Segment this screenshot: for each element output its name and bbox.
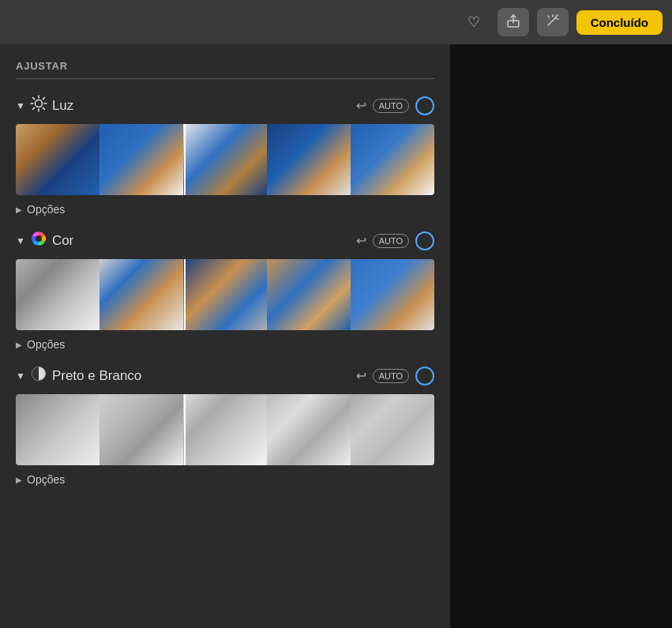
luz-image-strip	[16, 124, 434, 195]
sidebar: AJUSTAR ▼	[0, 44, 450, 628]
cor-options-row[interactable]: ▶ Opções	[16, 338, 434, 351]
cor-label: Cor	[52, 233, 73, 249]
cor-thumb-3[interactable]	[183, 259, 267, 330]
luz-strip-divider	[184, 124, 186, 195]
pb-label: Preto e Branco	[52, 368, 141, 384]
pb-auto-button[interactable]: AUTO	[373, 369, 409, 383]
section-luz: ▼ Luz	[16, 95, 434, 216]
cor-toggle-button[interactable]	[415, 231, 434, 250]
luz-chevron-icon[interactable]: ▼	[16, 100, 25, 111]
luz-thumb-1[interactable]	[16, 124, 99, 195]
heart-button[interactable]: ♡	[458, 6, 490, 38]
luz-sun-icon	[30, 95, 47, 116]
luz-thumb-4[interactable]	[267, 124, 351, 195]
pb-section-header: ▼ Preto e Branco ↩ AUTO	[16, 365, 434, 386]
cor-thumb-1[interactable]	[16, 259, 99, 330]
main-content: AJUSTAR ▼	[0, 44, 672, 628]
luz-options-row[interactable]: ▶ Opções	[16, 203, 434, 216]
pb-options-label: Opções	[27, 473, 65, 486]
heart-icon: ♡	[467, 13, 480, 31]
luz-thumb-3[interactable]	[183, 124, 267, 195]
done-button[interactable]: Concluído	[576, 10, 663, 35]
pb-thumb-2[interactable]	[99, 394, 183, 465]
svg-line-16	[32, 107, 34, 109]
cor-strip-divider	[184, 259, 186, 330]
svg-line-15	[43, 98, 44, 100]
toolbar: ♡ Concluído	[0, 0, 672, 44]
pb-toggle-button[interactable]	[415, 367, 434, 385]
cor-color-icon	[30, 230, 47, 251]
pb-thumb-3[interactable]	[183, 394, 267, 465]
section-preto-branco: ▼ Preto e Branco ↩ AUTO	[16, 365, 434, 486]
sidebar-title: AJUSTAR	[16, 60, 434, 72]
share-button[interactable]	[497, 8, 529, 36]
svg-point-18	[36, 235, 42, 242]
luz-thumb-5[interactable]	[351, 124, 434, 195]
cor-thumb-5[interactable]	[351, 259, 434, 330]
pb-image-strip	[16, 394, 434, 465]
cor-options-label: Opções	[27, 338, 65, 351]
cor-thumb-2[interactable]	[99, 259, 183, 330]
share-icon	[505, 13, 521, 32]
svg-line-4	[556, 15, 557, 17]
pb-thumb-4[interactable]	[267, 394, 351, 465]
luz-label: Luz	[52, 98, 73, 114]
luz-options-label: Opções	[27, 203, 65, 216]
cor-image-strip	[16, 259, 434, 330]
luz-section-header: ▼ Luz	[16, 95, 434, 116]
pb-chevron-icon[interactable]: ▼	[16, 370, 25, 382]
svg-line-13	[32, 98, 34, 100]
svg-line-2	[548, 17, 556, 25]
luz-options-chevron-icon: ▶	[16, 205, 22, 214]
cor-undo-button[interactable]: ↩	[356, 233, 366, 248]
cor-auto-button[interactable]: AUTO	[373, 234, 409, 248]
cor-thumb-4[interactable]	[267, 259, 351, 330]
pb-thumb-1[interactable]	[16, 394, 99, 465]
svg-line-14	[43, 107, 44, 109]
pb-thumb-5[interactable]	[351, 394, 434, 465]
cor-options-chevron-icon: ▶	[16, 340, 22, 349]
magic-icon	[545, 13, 561, 32]
section-cor: ▼ Cor	[16, 230, 434, 351]
svg-line-6	[548, 16, 549, 17]
pb-undo-button[interactable]: ↩	[356, 368, 366, 383]
luz-auto-button[interactable]: AUTO	[373, 99, 409, 113]
svg-point-7	[555, 17, 557, 18]
sidebar-separator	[16, 78, 434, 79]
pb-options-chevron-icon: ▶	[16, 476, 22, 484]
luz-thumb-2[interactable]	[99, 124, 183, 195]
svg-point-8	[35, 100, 42, 107]
pb-options-row[interactable]: ▶ Opções	[16, 473, 434, 486]
cor-chevron-icon[interactable]: ▼	[16, 235, 25, 246]
pb-strip-divider	[184, 394, 186, 465]
magic-button[interactable]	[537, 8, 569, 36]
luz-toggle-button[interactable]	[415, 96, 434, 115]
right-pane	[450, 44, 672, 628]
cor-section-header: ▼ Cor	[16, 230, 434, 251]
pb-halfcircle-icon	[30, 365, 47, 386]
luz-undo-button[interactable]: ↩	[356, 98, 366, 113]
